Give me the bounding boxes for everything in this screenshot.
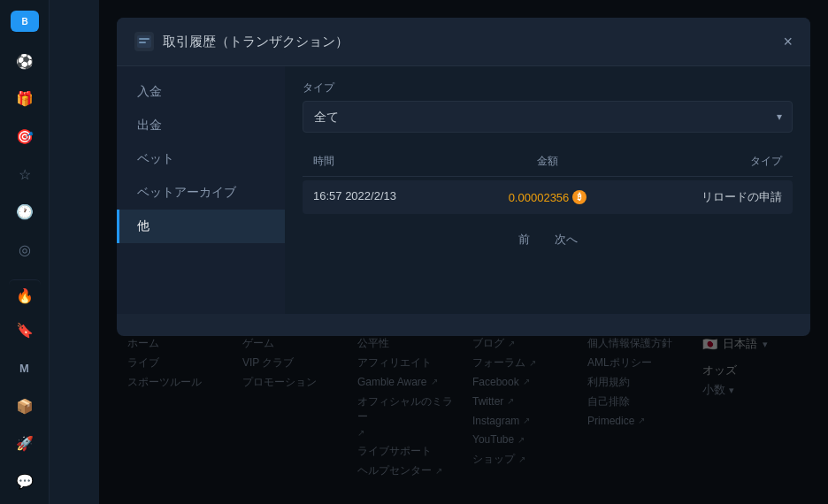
sidebar-icon-bookmark[interactable]: 🔖 [9, 319, 41, 343]
next-button[interactable]: 次へ [548, 228, 585, 251]
sidebar-icon-casino[interactable]: 🎯 [9, 125, 41, 149]
dialog-body: 入金 出金 ベット ベットアーカイブ 他 タイプ 全て ▾ [117, 66, 810, 314]
main-area: スポーツ ホーム ライブ スポーツルール カジノ ゲーム VIP クラブ プロモ… [50, 0, 828, 504]
prev-button[interactable]: 前 [511, 228, 537, 251]
dialog-close-button[interactable]: × [783, 34, 793, 50]
table-header: 時間 金額 タイプ [303, 147, 793, 177]
amount-value: 0.00002356 [509, 191, 570, 204]
sidebar-icon-star[interactable]: ☆ [9, 163, 41, 187]
type-label: タイプ [303, 80, 793, 95]
sidebar-icon-rocket[interactable]: 🚀 [9, 432, 41, 456]
btc-icon: ₿ [572, 190, 586, 204]
cell-time: 16:57 2022/2/13 [313, 189, 470, 205]
dialog-nav: 入金 出金 ベット ベットアーカイブ 他 [117, 66, 285, 314]
dialog-header: 取引履歴（トランザクション） × [117, 18, 810, 66]
type-select[interactable]: 全て [303, 101, 793, 133]
transaction-dialog: 取引履歴（トランザクション） × 入金 出金 ベット ベットアーカイブ 他 タイ… [117, 18, 810, 336]
svg-rect-4 [139, 42, 146, 43]
sidebar-icon-globe[interactable]: ◎ [9, 238, 41, 262]
table-row: 16:57 2022/2/13 0.00002356 ₿ リロードの申請 [303, 180, 793, 214]
sidebar-icon-chat[interactable]: 💬 [9, 470, 41, 493]
sidebar-icon-fire[interactable]: 🔥 [9, 279, 41, 305]
table-header-type: タイプ [625, 154, 782, 169]
sidebar-icon-box[interactable]: 📦 [9, 394, 41, 418]
nav-item-archive[interactable]: ベットアーカイブ [117, 176, 285, 210]
type-select-wrapper: 全て ▾ [303, 101, 793, 133]
sidebar: B ⚽ 🎁 🎯 ☆ 🕐 ◎ 🔥 🔖 M 📦 🚀 💬 [0, 0, 50, 504]
nav-item-other[interactable]: 他 [117, 210, 285, 243]
svg-text:B: B [21, 17, 27, 27]
cell-type: リロードの申請 [625, 189, 782, 205]
dialog-title: 取引履歴（トランザクション） [163, 34, 349, 50]
dialog-title-icon [134, 32, 154, 51]
sidebar-logo[interactable]: B [11, 11, 39, 32]
table-header-amount: 金額 [470, 154, 626, 169]
nav-item-deposit[interactable]: 入金 [117, 75, 285, 109]
pagination: 前 次へ [303, 228, 793, 251]
sidebar-icon-history[interactable]: 🕐 [9, 200, 41, 224]
dialog-content: タイプ 全て ▾ 時間 金額 タイプ 16:5 [285, 66, 810, 314]
nav-item-withdraw[interactable]: 出金 [117, 109, 285, 142]
dialog-overlay: 取引履歴（トランザクション） × 入金 出金 ベット ベットアーカイブ 他 タイ… [99, 0, 828, 504]
sidebar-icon-gift[interactable]: 🎁 [9, 87, 41, 111]
cell-amount: 0.00002356 ₿ [470, 189, 626, 205]
nav-item-bet[interactable]: ベット [117, 142, 285, 176]
sidebar-icon-m[interactable]: M [9, 356, 41, 380]
table-header-time: 時間 [313, 154, 470, 169]
dialog-title-wrapper: 取引履歴（トランザクション） [134, 32, 349, 51]
svg-rect-3 [139, 38, 150, 40]
sidebar-icon-sports[interactable]: ⚽ [9, 50, 41, 73]
